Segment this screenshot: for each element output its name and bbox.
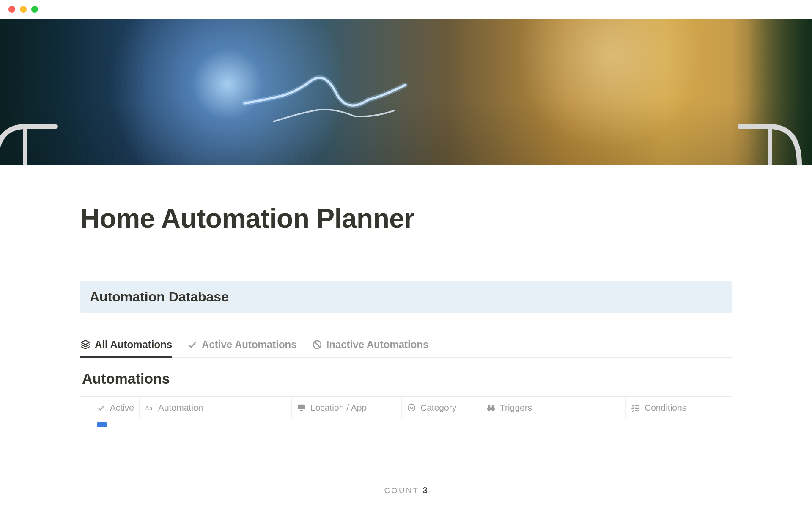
count-label: COUNT [384, 486, 419, 495]
cover-light-trail [162, 74, 487, 118]
page-cover-image[interactable] [0, 19, 812, 165]
cover-decoration [0, 114, 59, 165]
tab-label: All Automations [95, 339, 172, 351]
select-icon [407, 403, 416, 412]
window-chrome [0, 0, 812, 19]
page-title[interactable]: Home Automation Planner [80, 203, 732, 234]
svg-rect-12 [492, 405, 494, 408]
column-label: Location / App [310, 403, 367, 413]
svg-rect-11 [488, 405, 491, 408]
column-header-automation[interactable]: Aa Automation [140, 397, 292, 419]
svg-line-3 [314, 342, 320, 348]
binoculars-icon [486, 403, 496, 412]
title-icon: Aa [145, 403, 154, 412]
tab-inactive-automations[interactable]: Inactive Automations [312, 334, 429, 358]
column-header-active[interactable]: Active [80, 397, 140, 419]
stack-icon [80, 340, 91, 350]
column-header-category[interactable]: Category [402, 397, 481, 419]
svg-text:Aa: Aa [145, 405, 153, 411]
count-value: 3 [422, 485, 428, 495]
tab-label: Inactive Automations [326, 339, 429, 351]
callout-title: Automation Database [90, 289, 722, 305]
callout-block[interactable]: Automation Database [80, 281, 732, 313]
active-checkbox[interactable] [97, 422, 107, 427]
column-header-location[interactable]: Location / App [292, 397, 402, 419]
column-label: Automation [158, 403, 203, 413]
column-label: Conditions [645, 403, 686, 413]
tab-active-automations[interactable]: Active Automations [187, 334, 296, 358]
check-icon [187, 340, 198, 350]
database-title[interactable]: Automations [82, 370, 732, 387]
svg-rect-5 [298, 405, 305, 409]
cover-decoration [736, 114, 804, 165]
window-minimize-button[interactable] [20, 6, 27, 13]
table-row[interactable] [80, 419, 732, 430]
tab-label: Active Automations [202, 339, 296, 351]
monitor-icon [297, 403, 306, 412]
column-label: Triggers [500, 403, 532, 413]
checklist-icon [631, 403, 640, 412]
window-maximize-button[interactable] [31, 6, 38, 13]
tab-all-automations[interactable]: All Automations [80, 334, 172, 358]
check-icon [97, 403, 106, 412]
table-footer-count[interactable]: COUNT 3 [0, 485, 812, 495]
column-label: Active [110, 403, 134, 413]
svg-rect-10 [490, 408, 492, 409]
table-header-row: Active Aa Automation Location / App Cate… [80, 396, 732, 419]
ban-icon [312, 340, 322, 350]
column-header-triggers[interactable]: Triggers [481, 397, 626, 419]
column-header-conditions[interactable]: Conditions [626, 397, 732, 419]
window-close-button[interactable] [8, 6, 15, 13]
column-label: Category [420, 403, 456, 413]
svg-point-7 [408, 404, 415, 411]
database-view-tabs: All Automations Active Automations Inact… [80, 334, 732, 358]
svg-rect-6 [300, 410, 303, 411]
